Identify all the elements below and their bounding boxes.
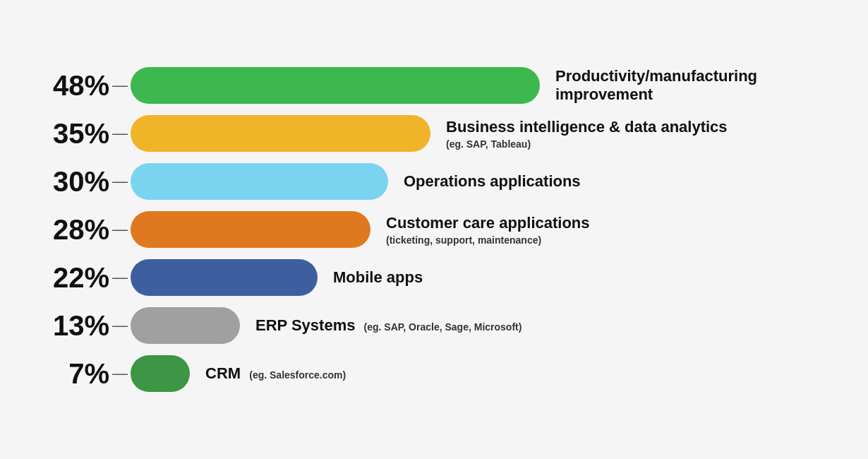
bar-label-bi: Business intelligence & data analytics (… [446, 118, 728, 149]
bar-wrapper: Productivity/manufacturingimprovement [131, 67, 822, 105]
bar-operations [131, 163, 388, 200]
dash: — [109, 316, 131, 335]
chart-container: 48% — Productivity/manufacturingimprovem… [18, 47, 850, 412]
dash: — [109, 76, 131, 95]
bar-label-productivity: Productivity/manufacturingimprovement [555, 67, 757, 105]
bar-main-label: Mobile apps [333, 268, 423, 287]
bar-label-erp: ERP Systems (eg. SAP, Oracle, Sage, Micr… [255, 316, 522, 335]
bar-sub-label: (ticketing, support, maintenance) [386, 234, 590, 246]
bar-row-erp: 13% — ERP Systems (eg. SAP, Oracle, Sage… [46, 302, 822, 350]
crm-sub-inline: (eg. Salesforce.com) [249, 369, 346, 381]
bar-row-mobile: 22% — Mobile apps [46, 254, 822, 302]
erp-sub-inline: (eg. SAP, Oracle, Sage, Microsoft) [364, 321, 522, 333]
bar-row-operations: 30% — Operations applications [46, 157, 822, 205]
bar-erp [131, 307, 240, 344]
bar-sub-label: (eg. SAP, Tableau) [446, 138, 728, 150]
bar-wrapper: ERP Systems (eg. SAP, Oracle, Sage, Micr… [131, 307, 822, 344]
bar-row-customer-care: 28% — Customer care applications (ticket… [46, 205, 822, 254]
dash: — [109, 364, 131, 383]
bar-row-bi: 35% — Business intelligence & data analy… [46, 109, 822, 157]
bar-wrapper: Mobile apps [131, 259, 822, 296]
bar-row-productivity: 48% — Productivity/manufacturingimprovem… [46, 61, 822, 110]
percent-label: 13% [46, 310, 109, 342]
percent-label: 28% [46, 214, 109, 246]
dash: — [109, 124, 131, 143]
bar-wrapper: Customer care applications (ticketing, s… [131, 211, 822, 248]
bar-wrapper: CRM (eg. Salesforce.com) [131, 355, 822, 392]
bar-wrapper: Business intelligence & data analytics (… [131, 115, 822, 152]
bar-main-label: Customer care applications [386, 214, 590, 232]
bar-main-label: Operations applications [404, 172, 581, 191]
bar-main-label: Productivity/manufacturingimprovement [555, 67, 757, 105]
bar-crm [131, 355, 190, 392]
bar-productivity [131, 67, 540, 104]
percent-label: 22% [46, 262, 109, 294]
bar-label-crm: CRM (eg. Salesforce.com) [205, 364, 346, 383]
dash: — [109, 220, 131, 239]
percent-label: 35% [46, 118, 109, 150]
dash: — [109, 172, 131, 191]
bar-row-crm: 7% — CRM (eg. Salesforce.com) [46, 350, 822, 398]
bar-main-label: Business intelligence & data analytics [446, 118, 728, 136]
percent-label: 48% [46, 70, 109, 102]
percent-label: 30% [46, 166, 109, 198]
bar-wrapper: Operations applications [131, 163, 822, 200]
percent-label: 7% [46, 358, 109, 390]
bar-label-mobile: Mobile apps [333, 268, 423, 287]
bar-bi [131, 115, 430, 152]
bar-label-customer-care: Customer care applications (ticketing, s… [386, 214, 590, 245]
bar-customer-care [131, 211, 370, 248]
bar-main-label: CRM (eg. Salesforce.com) [205, 364, 346, 383]
bar-label-operations: Operations applications [404, 172, 581, 191]
dash: — [109, 268, 131, 287]
bar-mobile [131, 259, 318, 296]
bar-main-label: ERP Systems (eg. SAP, Oracle, Sage, Micr… [255, 316, 522, 335]
